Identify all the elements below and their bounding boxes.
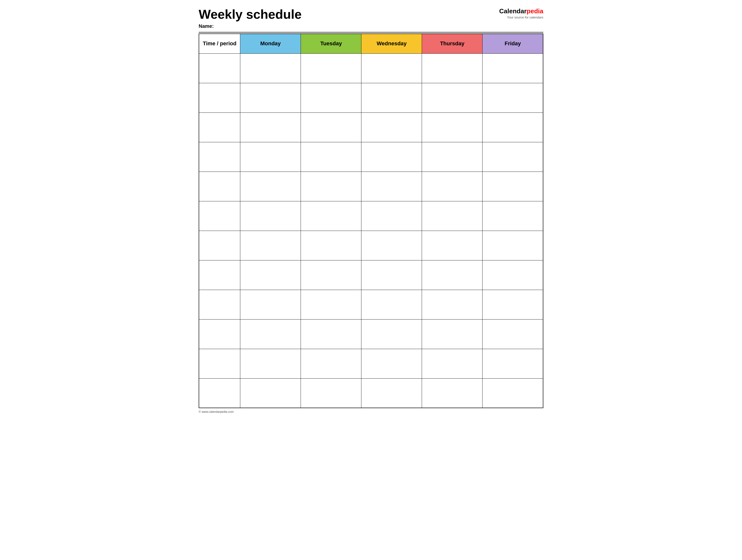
schedule-cell[interactable] [301,53,361,83]
schedule-cell[interactable] [361,112,422,142]
schedule-cell[interactable] [240,53,301,83]
schedule-cell[interactable] [240,201,301,231]
time-cell[interactable] [199,260,240,290]
schedule-cell[interactable] [361,378,422,408]
schedule-cell[interactable] [240,112,301,142]
schedule-cell[interactable] [482,260,543,290]
schedule-cell[interactable] [422,112,482,142]
page-container: Weekly schedule Name: Calendarpedia Your… [199,7,543,413]
table-row [199,53,543,83]
schedule-cell[interactable] [301,290,361,319]
schedule-cell[interactable] [301,172,361,201]
schedule-cell[interactable] [361,83,422,112]
schedule-cell[interactable] [240,319,301,349]
schedule-cell[interactable] [361,290,422,319]
schedule-cell[interactable] [240,260,301,290]
schedule-cell[interactable] [482,53,543,83]
header-divider [199,32,543,33]
table-row [199,319,543,349]
time-cell[interactable] [199,112,240,142]
schedule-cell[interactable] [301,231,361,260]
col-header-thursday: Thursday [422,34,482,53]
col-header-time: Time / period [199,34,240,53]
schedule-cell[interactable] [422,231,482,260]
schedule-cell[interactable] [240,142,301,172]
schedule-cell[interactable] [422,378,482,408]
schedule-cell[interactable] [301,112,361,142]
schedule-cell[interactable] [361,231,422,260]
schedule-cell[interactable] [422,260,482,290]
schedule-cell[interactable] [361,53,422,83]
schedule-cell[interactable] [482,172,543,201]
schedule-cell[interactable] [482,142,543,172]
schedule-cell[interactable] [482,349,543,378]
schedule-cell[interactable] [422,349,482,378]
schedule-cell[interactable] [422,319,482,349]
schedule-cell[interactable] [361,142,422,172]
col-header-tuesday: Tuesday [301,34,361,53]
schedule-cell[interactable] [301,83,361,112]
schedule-cell[interactable] [422,172,482,201]
name-label: Name: [199,23,302,29]
table-row [199,290,543,319]
schedule-cell[interactable] [482,231,543,260]
schedule-cell[interactable] [422,201,482,231]
time-cell[interactable] [199,290,240,319]
table-row [199,231,543,260]
logo-text: Calendarpedia [499,7,543,15]
schedule-cell[interactable] [301,378,361,408]
schedule-body [199,53,543,408]
schedule-cell[interactable] [482,201,543,231]
time-cell[interactable] [199,53,240,83]
time-cell[interactable] [199,349,240,378]
schedule-cell[interactable] [240,231,301,260]
schedule-cell[interactable] [361,349,422,378]
schedule-cell[interactable] [422,290,482,319]
schedule-cell[interactable] [482,290,543,319]
table-row [199,349,543,378]
schedule-cell[interactable] [482,112,543,142]
table-row [199,260,543,290]
table-row [199,112,543,142]
time-cell[interactable] [199,201,240,231]
time-cell[interactable] [199,319,240,349]
title-area: Weekly schedule Name: [199,7,302,29]
schedule-cell[interactable] [422,53,482,83]
schedule-cell[interactable] [482,83,543,112]
schedule-cell[interactable] [361,260,422,290]
schedule-table: Time / period Monday Tuesday Wednesday T… [199,34,543,408]
col-header-friday: Friday [482,34,543,53]
schedule-cell[interactable] [240,349,301,378]
schedule-cell[interactable] [361,201,422,231]
schedule-cell[interactable] [301,349,361,378]
table-header-row: Time / period Monday Tuesday Wednesday T… [199,34,543,53]
table-row [199,142,543,172]
schedule-cell[interactable] [482,378,543,408]
schedule-cell[interactable] [361,172,422,201]
table-row [199,83,543,112]
col-header-monday: Monday [240,34,301,53]
schedule-cell[interactable] [422,142,482,172]
schedule-cell[interactable] [422,83,482,112]
schedule-cell[interactable] [361,319,422,349]
time-cell[interactable] [199,83,240,112]
logo-area: Calendarpedia Your source for calendars [499,7,543,19]
schedule-cell[interactable] [301,142,361,172]
schedule-cell[interactable] [240,83,301,112]
time-cell[interactable] [199,172,240,201]
time-cell[interactable] [199,231,240,260]
schedule-cell[interactable] [240,378,301,408]
schedule-cell[interactable] [301,260,361,290]
schedule-cell[interactable] [301,319,361,349]
header-section: Weekly schedule Name: Calendarpedia Your… [199,7,543,29]
time-cell[interactable] [199,378,240,408]
time-cell[interactable] [199,142,240,172]
table-row [199,201,543,231]
logo-tagline: Your source for calendars [507,15,543,19]
table-row [199,378,543,408]
schedule-cell[interactable] [240,290,301,319]
schedule-cell[interactable] [240,172,301,201]
schedule-cell[interactable] [482,319,543,349]
schedule-cell[interactable] [301,201,361,231]
logo-pedia: pedia [527,7,543,15]
